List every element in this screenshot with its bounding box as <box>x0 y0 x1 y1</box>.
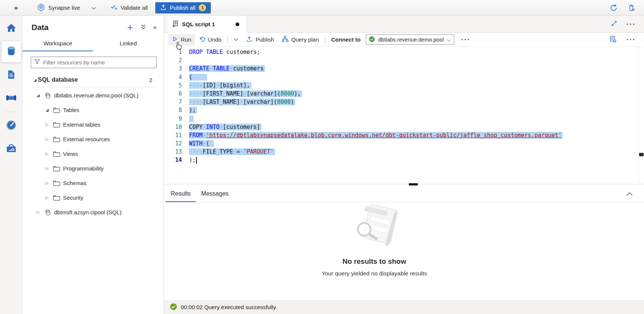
text-cursor <box>196 157 197 164</box>
tree-expander-icon[interactable]: ◢ <box>32 78 38 82</box>
editor-area: SQL script 1 ··· Run Undo <box>164 16 644 314</box>
code-line[interactable]: 8 ); <box>164 106 644 114</box>
tree-row-dbtmsft-azsyn-cipool-sql-[interactable]: ▷ dbtmsft.azsyn.cipool (SQL) <box>23 205 164 220</box>
home-icon <box>6 22 17 35</box>
line-number: 1 <box>164 48 182 56</box>
collapse-results-icon[interactable] <box>626 186 644 202</box>
no-results-illustration <box>342 205 406 248</box>
line-number: 10 <box>164 123 182 131</box>
tree-row-tables[interactable]: ◢ Tables <box>23 103 164 117</box>
expand-panel-icon[interactable]: » <box>14 4 18 12</box>
toolbar-more-actions-icon[interactable]: ··· <box>626 36 636 43</box>
code-line[interactable]: 9 <box>164 115 644 123</box>
nav-monitor[interactable] <box>2 115 21 136</box>
code-line[interactable]: 1 DROP TABLE customers; <box>164 48 644 56</box>
tree-row-programmability[interactable]: ▷ Programmability <box>23 161 164 176</box>
tree-row-dbtlabs-revenue-demo-pool-sql-[interactable]: ◢ dbtlabs.revenue.demo.pool (SQL) <box>23 88 164 103</box>
filter-resources-input[interactable] <box>43 59 153 66</box>
sql-script-icon <box>172 20 179 28</box>
synapse-live-selector[interactable]: Synapse live <box>33 2 99 14</box>
tab-title: SQL script 1 <box>182 21 215 27</box>
collapse-all-icon[interactable] <box>141 24 146 31</box>
code-line[interactable]: 4 ( <box>164 73 644 81</box>
folder-icon <box>53 166 60 172</box>
run-options-chevron[interactable] <box>230 34 242 45</box>
tree-expander-icon[interactable]: ▷ <box>44 181 50 185</box>
code-lines: 1 DROP TABLE customers; 2 3 CREATE·TABLE… <box>164 48 644 164</box>
script-properties-icon[interactable] <box>609 36 617 44</box>
nav-integrate[interactable] <box>2 88 21 109</box>
tree-node-count: 2 <box>149 77 152 83</box>
filter-funnel-icon <box>34 59 40 66</box>
run-button[interactable]: Run <box>168 34 195 45</box>
editor-results-splitter <box>164 183 644 186</box>
code-line[interactable]: 14 ); <box>164 156 644 164</box>
publish-all-button[interactable]: Publish all 1 <box>155 2 211 13</box>
expand-editor-icon[interactable] <box>611 20 617 28</box>
tree-expander-icon[interactable]: ▷ <box>44 196 50 200</box>
publish-button[interactable]: Publish <box>242 34 278 45</box>
tree-node-label: Views <box>63 151 78 157</box>
code-line[interactable]: 10 COPY·INTO·[customers] <box>164 123 644 131</box>
tab-workspace[interactable]: Workspace <box>23 37 93 51</box>
validate-check-icon <box>110 3 118 12</box>
tree-expander-icon[interactable]: ▷ <box>44 123 50 127</box>
tree-node-label: dbtlabs.revenue.demo.pool (SQL) <box>54 92 138 99</box>
tree-row-external-resources[interactable]: ▷ External resources <box>23 132 164 147</box>
line-text: DROP TABLE customers; <box>189 48 260 56</box>
nav-home[interactable] <box>2 18 21 39</box>
publish-label: Publish <box>255 36 274 43</box>
discard-all-button[interactable] <box>627 4 636 12</box>
code-line[interactable]: 6 ····[FIRST_NAME]·[varchar](8000), <box>164 90 644 98</box>
add-resource-icon[interactable]: + <box>127 22 133 32</box>
nav-manage[interactable] <box>2 138 21 159</box>
tree-row-external-tables[interactable]: ▷ External tables <box>23 117 164 132</box>
collapse-panel-icon[interactable]: « <box>153 24 157 31</box>
code-line[interactable]: 5 ····[ID]·[bigint], <box>164 81 644 90</box>
code-line[interactable]: 7 ····[LAST_NAME]·[varchar](8000) <box>164 98 644 106</box>
connect-more-actions-icon[interactable]: ··· <box>461 36 470 43</box>
nav-develop[interactable] <box>2 64 21 85</box>
splitter-line <box>164 184 644 184</box>
tree-expander-icon[interactable]: ◢ <box>35 93 41 98</box>
tab-sql-script-1[interactable]: SQL script 1 <box>168 16 247 33</box>
sql-code-editor[interactable]: 1 DROP TABLE customers; 2 3 CREATE·TABLE… <box>164 47 644 183</box>
document-tabstrip: SQL script 1 ··· <box>164 16 644 33</box>
line-number: 11 <box>164 131 182 139</box>
tree-expander-icon[interactable]: ▷ <box>44 137 50 141</box>
tree-expander-icon[interactable]: ▷ <box>44 166 50 170</box>
tab-linked[interactable]: Linked <box>93 37 164 51</box>
query-status-bar: 00:00:02 Query executed successfully. <box>164 300 644 314</box>
splitter-drag-handle[interactable] <box>409 183 418 185</box>
tree-expander-icon[interactable]: ◢ <box>44 108 50 112</box>
code-line[interactable]: 11 FROM·'https://dbtlabsynapsedatalake.b… <box>164 131 644 139</box>
line-number: 6 <box>164 90 182 98</box>
tree-expander-icon[interactable]: ▷ <box>44 152 50 156</box>
refresh-button[interactable] <box>609 4 618 12</box>
tree-node-label: Programmability <box>63 165 104 172</box>
editor-scrollbar[interactable] <box>639 47 644 183</box>
tree-row-schemas[interactable]: ▷ Schemas <box>23 176 164 190</box>
results-tabs: Results Messages <box>164 186 644 202</box>
undo-button[interactable]: Undo <box>195 34 225 45</box>
tree-node-label: External resources <box>63 136 110 142</box>
nav-data[interactable] <box>2 41 21 62</box>
validate-all-label: Validate all <box>121 4 148 11</box>
validate-all-button[interactable]: Validate all <box>107 2 152 14</box>
code-line[interactable]: 2 <box>164 56 644 64</box>
code-line[interactable]: 3 CREATE·TABLE·customers <box>164 64 644 73</box>
tree-node-label: dbtmsft.azsyn.cipool (SQL) <box>54 209 122 215</box>
tab-more-actions-icon[interactable]: ··· <box>626 21 636 28</box>
connect-to-dropdown[interactable]: dbtlabs.revenue.demo.pool <box>366 34 454 45</box>
tree-row-views[interactable]: ▷ Views <box>23 147 164 161</box>
query-plan-button[interactable]: Query plan <box>278 34 323 45</box>
tab-messages[interactable]: Messages <box>196 186 234 202</box>
tree-expander-icon[interactable]: ▷ <box>35 210 41 214</box>
rail-divider <box>5 112 18 112</box>
tree-row-sql-database[interactable]: ◢ SQL database 2 <box>32 73 157 87</box>
folder-icon <box>53 195 60 201</box>
code-line[interactable]: 13 ····FILE_TYPE·=·'PARQUET' <box>164 148 644 156</box>
code-line[interactable]: 12 WITH·( <box>164 139 644 148</box>
tree-row-security[interactable]: ▷ Security <box>23 190 164 205</box>
tab-results[interactable]: Results <box>165 186 196 202</box>
